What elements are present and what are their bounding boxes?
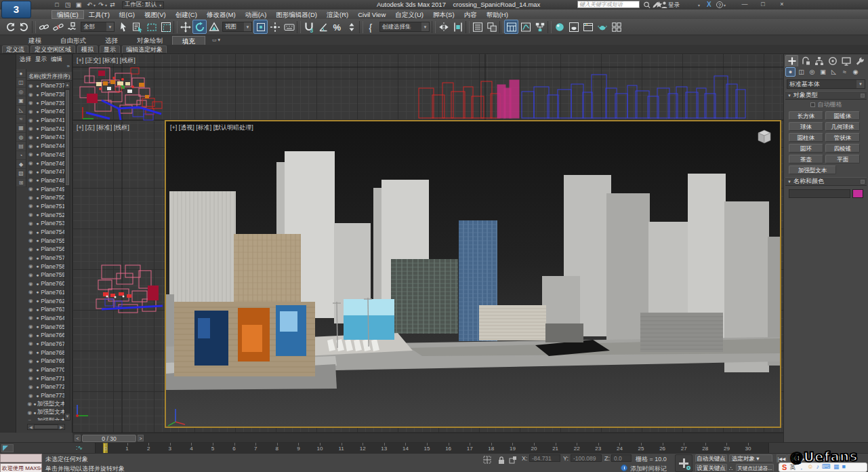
rendered-frame-window-button[interactable] bbox=[581, 20, 595, 34]
menu-item[interactable]: 工具(T) bbox=[84, 10, 115, 19]
create-category-icon[interactable]: ◎ bbox=[807, 67, 817, 77]
visibility-eye-icon[interactable]: ◉ bbox=[27, 367, 35, 373]
project-folder-button[interactable]: ⇄ bbox=[107, 1, 118, 8]
menu-item[interactable]: 修改器(M) bbox=[202, 10, 241, 19]
create-category-icon[interactable]: ◺ bbox=[829, 67, 839, 77]
visibility-eye-icon[interactable]: ◉ bbox=[27, 307, 35, 313]
viewport-label-orthographic[interactable]: [+] [正交] [标准] [线框] bbox=[77, 56, 136, 65]
visibility-eye-icon[interactable]: ◉ bbox=[27, 134, 35, 140]
list-item[interactable]: ◉●加强型文本003 bbox=[27, 417, 64, 420]
explorer-menu-item[interactable]: 编辑 bbox=[51, 56, 62, 64]
viewport-label-perspective[interactable]: [+] [透视] [标准] [默认明暗处理] bbox=[170, 123, 253, 132]
visibility-eye-icon[interactable]: ◉ bbox=[27, 323, 35, 330]
tab-display[interactable] bbox=[840, 55, 852, 66]
visibility-eye-icon[interactable]: ◉ bbox=[27, 169, 35, 175]
ribbon-tab[interactable]: 填充 bbox=[172, 36, 205, 45]
viewport-layout-tab[interactable] bbox=[1, 444, 14, 452]
render-in-cloud-button[interactable] bbox=[609, 20, 623, 34]
select-by-name-button[interactable] bbox=[130, 20, 144, 34]
explorer-filter-icon[interactable]: ◆ bbox=[16, 160, 26, 169]
playback-button[interactable]: |◀◀ bbox=[777, 454, 787, 463]
menu-item[interactable]: 创建(C) bbox=[171, 10, 202, 19]
search-input[interactable]: 键入关键字或短语 bbox=[577, 1, 640, 8]
explorer-filter-icon[interactable]: ▧ bbox=[16, 169, 26, 178]
visibility-eye-icon[interactable]: ◉ bbox=[27, 289, 35, 295]
menu-item[interactable]: 视图(V) bbox=[140, 10, 171, 19]
percent-snap-toggle[interactable]: % bbox=[330, 20, 344, 34]
list-item[interactable]: ◉●Plane759 bbox=[27, 271, 64, 279]
search-icon[interactable] bbox=[642, 1, 651, 9]
visibility-eye-icon[interactable]: ◉ bbox=[27, 418, 33, 420]
list-item[interactable]: ◉●Plane743 bbox=[27, 133, 64, 142]
list-item[interactable]: ◉●Plane764 bbox=[27, 314, 64, 323]
mic-icon[interactable]: ♪ bbox=[817, 463, 820, 472]
create-category-icon[interactable]: ≈ bbox=[840, 67, 850, 77]
smiley-icon[interactable]: ☺ bbox=[807, 463, 813, 472]
minimize-button[interactable]: — bbox=[737, 0, 752, 9]
visibility-eye-icon[interactable]: ◉ bbox=[27, 237, 35, 243]
list-item[interactable]: ◉●Plane747 bbox=[27, 168, 64, 176]
scroll-left-icon[interactable]: ◀ bbox=[28, 425, 34, 429]
explorer-filter-icon[interactable]: ◺ bbox=[16, 106, 26, 115]
key-filters-button[interactable]: 关键点过滤器... bbox=[736, 464, 774, 472]
set-keys-big-button[interactable] bbox=[675, 454, 693, 472]
visibility-eye-icon[interactable]: ◉ bbox=[27, 332, 35, 338]
bind-to-space-warp-button[interactable] bbox=[65, 20, 79, 34]
reference-coordinate-combo[interactable]: 视图▼ bbox=[222, 22, 252, 32]
visibility-eye-icon[interactable]: ◉ bbox=[27, 349, 35, 355]
visibility-eye-icon[interactable]: ◉ bbox=[27, 340, 35, 347]
explorer-filter-icon[interactable]: ▣ bbox=[16, 96, 26, 105]
visibility-eye-icon[interactable]: ◉ bbox=[27, 100, 35, 106]
primitive-button[interactable]: 圆环 bbox=[789, 144, 823, 153]
list-item[interactable]: ◉●Plane753 bbox=[27, 219, 64, 228]
visibility-eye-icon[interactable]: ◉ bbox=[27, 384, 35, 390]
name-color-rollout-header[interactable]: ▼名称和颜色 bbox=[785, 177, 867, 186]
list-item[interactable]: ◉●Plane770 bbox=[27, 366, 64, 374]
explorer-overflow-chevron[interactable]: » bbox=[67, 63, 70, 69]
list-item[interactable]: ◉●Plane754 bbox=[27, 228, 64, 237]
list-item[interactable]: ◉●Plane751 bbox=[27, 202, 64, 211]
visibility-eye-icon[interactable]: ◉ bbox=[27, 143, 35, 149]
menu-item[interactable]: 编辑(E) bbox=[51, 10, 84, 19]
ribbon-tab[interactable]: 对象绘制 bbox=[127, 36, 172, 45]
list-item[interactable]: ◉●Plane766 bbox=[27, 331, 64, 340]
visibility-eye-icon[interactable]: ◉ bbox=[27, 203, 35, 209]
viewport-perspective[interactable]: [+] [透视] [标准] [默认明暗处理] bbox=[165, 120, 781, 428]
toggle-scene-explorer-button[interactable] bbox=[470, 20, 484, 34]
add-time-tag-label[interactable]: 添加时间标记 bbox=[630, 465, 667, 472]
transform-gizmo-toggle-icon[interactable] bbox=[482, 455, 492, 465]
material-editor-button[interactable] bbox=[552, 20, 566, 34]
track-bar-ruler[interactable]: 0123456789101112131415161718192021222324… bbox=[95, 443, 769, 454]
next-frame-button[interactable]: > bbox=[138, 435, 144, 441]
visibility-eye-icon[interactable]: ◉ bbox=[27, 401, 33, 407]
primitive-button[interactable]: 管状体 bbox=[825, 133, 860, 142]
scrollbar-thumb[interactable] bbox=[35, 425, 58, 429]
visibility-eye-icon[interactable]: ◉ bbox=[27, 255, 35, 261]
sogou-logo-icon[interactable]: S bbox=[782, 463, 787, 471]
select-and-link-button[interactable] bbox=[37, 20, 51, 34]
maxscript-mini-listener-pink[interactable] bbox=[0, 454, 42, 463]
visibility-eye-icon[interactable]: ◉ bbox=[27, 177, 35, 183]
selection-filter-combo[interactable]: 全部▼ bbox=[81, 22, 115, 32]
menu-item[interactable]: 图形编辑器(D) bbox=[271, 10, 322, 19]
tab-utilities[interactable] bbox=[853, 55, 866, 66]
menu-item[interactable]: 帮助(H) bbox=[482, 10, 513, 19]
visibility-eye-icon[interactable]: ◉ bbox=[27, 272, 35, 278]
schematic-view-button[interactable] bbox=[533, 20, 547, 34]
visibility-eye-icon[interactable]: ◉ bbox=[27, 160, 35, 166]
rectangular-selection-region-button[interactable] bbox=[144, 20, 159, 34]
tab-create[interactable] bbox=[785, 55, 798, 66]
primitive-button[interactable]: 加强型文本 bbox=[789, 165, 836, 174]
time-slider-handle[interactable]: 0 / 30 bbox=[82, 435, 136, 442]
list-item[interactable]: ◉●加强型文本002 bbox=[27, 408, 64, 417]
list-item[interactable]: ◉●Plane769 bbox=[27, 357, 64, 366]
select-and-scale-button[interactable] bbox=[207, 20, 221, 34]
help-icon[interactable]: ? bbox=[716, 1, 723, 8]
use-pivot-point-center-button[interactable] bbox=[253, 20, 268, 34]
explorer-menu-item[interactable]: 显示 bbox=[35, 56, 47, 64]
explorer-filter-icon[interactable]: ◎ bbox=[16, 87, 26, 96]
explorer-filter-icon[interactable]: ≈ bbox=[16, 115, 26, 123]
selected-objects-combo[interactable]: 选定对象 ▾ bbox=[729, 454, 772, 463]
visibility-eye-icon[interactable]: ◉ bbox=[27, 229, 35, 235]
select-and-manipulate-button[interactable] bbox=[268, 20, 282, 34]
